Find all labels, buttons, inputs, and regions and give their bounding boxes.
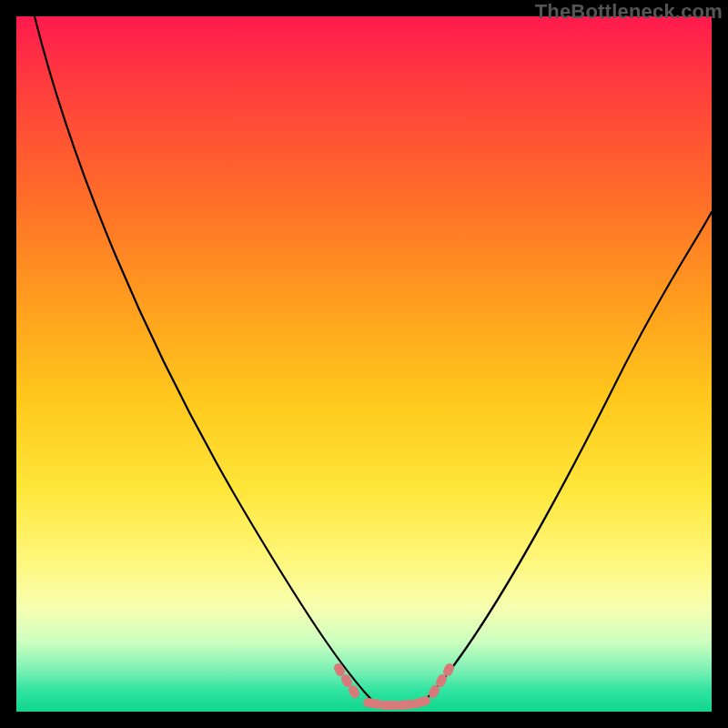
chart-plot-area (16, 16, 712, 712)
svg-line-2 (353, 690, 355, 693)
highlight-markers (339, 668, 450, 705)
watermark-text: TheBottleneck.com (535, 0, 723, 24)
curve-left-limb (35, 16, 376, 704)
svg-line-6 (417, 701, 426, 703)
curve-right-limb (421, 212, 712, 704)
svg-line-9 (448, 668, 450, 672)
svg-line-8 (440, 679, 442, 682)
chart-svg (16, 16, 712, 712)
svg-line-0 (339, 668, 340, 672)
svg-line-1 (346, 679, 348, 682)
svg-line-5 (400, 704, 411, 705)
svg-line-3 (368, 703, 379, 704)
chart-frame: TheBottleneck.com (0, 0, 728, 728)
svg-line-7 (433, 690, 435, 693)
